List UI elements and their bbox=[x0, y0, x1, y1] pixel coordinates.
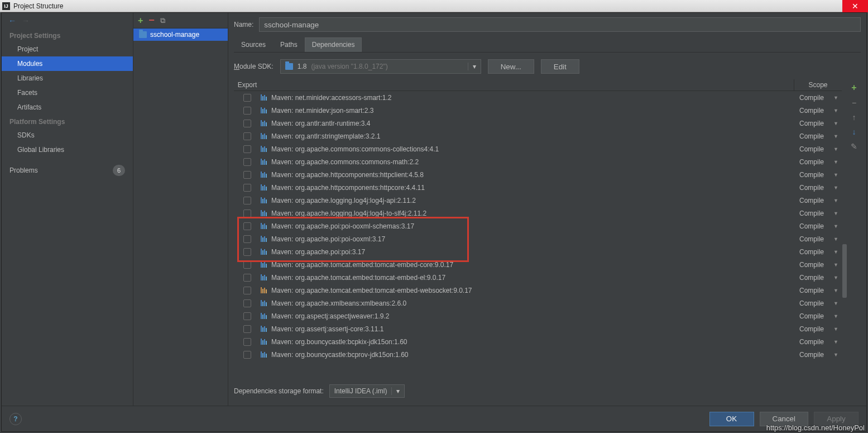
help-button[interactable]: ? bbox=[9, 413, 22, 425]
scope-select[interactable]: Compile▼ bbox=[794, 120, 842, 127]
export-checkbox[interactable] bbox=[243, 197, 251, 204]
dependency-row[interactable]: Maven: org.apache.tomcat.embed:tomcat-em… bbox=[234, 284, 842, 297]
export-checkbox[interactable] bbox=[243, 299, 251, 307]
tab-paths[interactable]: Paths bbox=[273, 37, 305, 52]
window-close-button[interactable]: ✕ bbox=[842, 0, 868, 12]
deps-scrollbar[interactable] bbox=[842, 79, 847, 379]
nav-forward-icon[interactable]: → bbox=[22, 16, 30, 25]
export-checkbox[interactable] bbox=[243, 274, 251, 282]
dependency-row[interactable]: Maven: org.apache.tomcat.embed:tomcat-em… bbox=[234, 258, 842, 271]
dependency-row[interactable]: Maven: org.apache.commons:commons-math:2… bbox=[234, 155, 842, 168]
scope-select[interactable]: Compile▼ bbox=[794, 274, 842, 282]
nav-item-project[interactable]: Project bbox=[2, 42, 133, 56]
nav-item-artifacts[interactable]: Artifacts bbox=[2, 100, 133, 115]
scope-select[interactable]: Compile▼ bbox=[794, 325, 842, 333]
move-down-icon[interactable]: ↓ bbox=[852, 127, 856, 136]
chevron-down-icon: ▼ bbox=[833, 249, 838, 255]
export-checkbox[interactable] bbox=[243, 145, 251, 153]
export-checkbox[interactable] bbox=[243, 184, 251, 192]
storage-format-select[interactable]: IntelliJ IDEA (.iml) ▾ bbox=[329, 384, 405, 398]
scope-select[interactable]: Compile▼ bbox=[794, 235, 842, 243]
dependency-row[interactable]: Maven: net.minidev:json-smart:2.3Compile… bbox=[234, 104, 842, 117]
dependency-row[interactable]: Maven: org.apache.xmlbeans:xmlbeans:2.6.… bbox=[234, 297, 842, 310]
add-dependency-icon[interactable]: + bbox=[851, 83, 856, 93]
export-checkbox[interactable] bbox=[243, 222, 251, 230]
export-checkbox[interactable] bbox=[243, 210, 251, 217]
scope-select[interactable]: Compile▼ bbox=[794, 158, 842, 166]
export-checkbox[interactable] bbox=[243, 325, 251, 333]
dependency-row[interactable]: Maven: org.bouncycastle:bcpkix-jdk15on:1… bbox=[234, 335, 842, 348]
add-module-icon[interactable]: + bbox=[138, 16, 143, 26]
module-item-sschool-manage[interactable]: sschool-manage bbox=[133, 28, 228, 41]
export-checkbox[interactable] bbox=[243, 287, 251, 294]
export-checkbox[interactable] bbox=[243, 312, 251, 320]
move-up-icon[interactable]: ↑ bbox=[852, 113, 856, 122]
export-checkbox[interactable] bbox=[243, 338, 251, 346]
export-checkbox[interactable] bbox=[243, 120, 251, 127]
dependency-row[interactable]: Maven: org.apache.poi:poi:3.17Compile▼ bbox=[234, 245, 842, 258]
dependency-row[interactable]: Maven: org.apache.logging.log4j:log4j-ap… bbox=[234, 194, 842, 207]
remove-module-icon[interactable]: − bbox=[148, 15, 155, 26]
edit-dependency-icon[interactable]: ✎ bbox=[851, 142, 857, 151]
ok-button[interactable]: OK bbox=[709, 412, 754, 426]
module-sdk-select[interactable]: 1.8 (java version "1.8.0_172") ▾ bbox=[280, 59, 481, 74]
scope-select[interactable]: Compile▼ bbox=[794, 171, 842, 179]
sdk-new-button[interactable]: New... bbox=[488, 59, 534, 74]
module-sdk-label: Module SDK: bbox=[234, 63, 274, 70]
export-checkbox[interactable] bbox=[243, 94, 251, 102]
dependency-row[interactable]: Maven: org.aspectj:aspectjweaver:1.9.2Co… bbox=[234, 310, 842, 322]
dependency-row[interactable]: Maven: org.apache.commons:commons-collec… bbox=[234, 142, 842, 155]
dependency-row[interactable]: Maven: org.antlr:stringtemplate:3.2.1Com… bbox=[234, 130, 842, 142]
export-checkbox[interactable] bbox=[243, 132, 251, 140]
export-checkbox[interactable] bbox=[243, 235, 251, 243]
scope-select[interactable]: Compile▼ bbox=[794, 351, 842, 359]
dependency-row[interactable]: Maven: org.apache.poi:poi-ooxml:3.17Comp… bbox=[234, 232, 842, 245]
nav-item-problems[interactable]: Problems 6 bbox=[2, 161, 133, 179]
scope-select[interactable]: Compile▼ bbox=[794, 145, 842, 153]
dependency-row[interactable]: Maven: org.apache.httpcomponents:httpcor… bbox=[234, 181, 842, 194]
export-checkbox[interactable] bbox=[243, 248, 251, 256]
module-name-input[interactable] bbox=[259, 17, 861, 32]
dependency-row[interactable]: Maven: org.apache.httpcomponents:httpcli… bbox=[234, 168, 842, 181]
scope-select[interactable]: Compile▼ bbox=[794, 107, 842, 115]
scope-select[interactable]: Compile▼ bbox=[794, 222, 842, 230]
export-checkbox[interactable] bbox=[243, 158, 251, 166]
nav-item-modules[interactable]: Modules bbox=[2, 56, 133, 71]
dependency-name: Maven: org.apache.httpcomponents:httpcor… bbox=[271, 184, 794, 192]
dependency-row[interactable]: Maven: net.minidev:accessors-smart:1.2Co… bbox=[234, 91, 842, 104]
dependency-row[interactable]: Maven: org.antlr:antlr-runtime:3.4Compil… bbox=[234, 117, 842, 130]
scope-select[interactable]: Compile▼ bbox=[794, 287, 842, 294]
scope-select[interactable]: Compile▼ bbox=[794, 338, 842, 346]
dependency-row[interactable]: Maven: org.assertj:assertj-core:3.11.1Co… bbox=[234, 322, 842, 335]
deps-table-body[interactable]: Maven: net.minidev:accessors-smart:1.2Co… bbox=[234, 91, 842, 379]
scope-select[interactable]: Compile▼ bbox=[794, 184, 842, 192]
dependency-row[interactable]: Maven: org.apache.tomcat.embed:tomcat-em… bbox=[234, 271, 842, 284]
export-checkbox[interactable] bbox=[243, 261, 251, 269]
scope-select[interactable]: Compile▼ bbox=[794, 94, 842, 102]
dependency-row[interactable]: Maven: org.apache.logging.log4j:log4j-to… bbox=[234, 207, 842, 220]
nav-item-sdks[interactable]: SDKs bbox=[2, 128, 133, 142]
export-checkbox[interactable] bbox=[243, 171, 251, 179]
dependency-row[interactable]: Maven: org.apache.poi:poi-ooxml-schemas:… bbox=[234, 220, 842, 232]
dependency-row[interactable]: Maven: org.bouncycastle:bcprov-jdk15on:1… bbox=[234, 348, 842, 361]
nav-back-icon[interactable]: ← bbox=[8, 16, 16, 25]
scope-select[interactable]: Compile▼ bbox=[794, 261, 842, 269]
export-checkbox[interactable] bbox=[243, 107, 251, 115]
sdk-edit-button[interactable]: Edit bbox=[541, 59, 579, 74]
scope-select[interactable]: Compile▼ bbox=[794, 299, 842, 307]
remove-dependency-icon[interactable]: − bbox=[852, 98, 856, 107]
dialog-button-bar: ? OK Cancel Apply bbox=[2, 406, 866, 431]
scope-select[interactable]: Compile▼ bbox=[794, 312, 842, 320]
nav-item-libraries[interactable]: Libraries bbox=[2, 71, 133, 85]
nav-item-facets[interactable]: Facets bbox=[2, 85, 133, 100]
scope-select[interactable]: Compile▼ bbox=[794, 210, 842, 217]
copy-module-icon[interactable]: ⧉ bbox=[160, 16, 165, 25]
nav-item-global-libraries[interactable]: Global Libraries bbox=[2, 142, 133, 157]
scope-select[interactable]: Compile▼ bbox=[794, 248, 842, 256]
tab-sources[interactable]: Sources bbox=[234, 37, 273, 52]
export-checkbox[interactable] bbox=[243, 351, 251, 359]
tab-dependencies[interactable]: Dependencies bbox=[305, 37, 362, 52]
scope-select[interactable]: Compile▼ bbox=[794, 132, 842, 140]
dependency-name: Maven: org.antlr:antlr-runtime:3.4 bbox=[271, 120, 794, 127]
scope-select[interactable]: Compile▼ bbox=[794, 197, 842, 204]
